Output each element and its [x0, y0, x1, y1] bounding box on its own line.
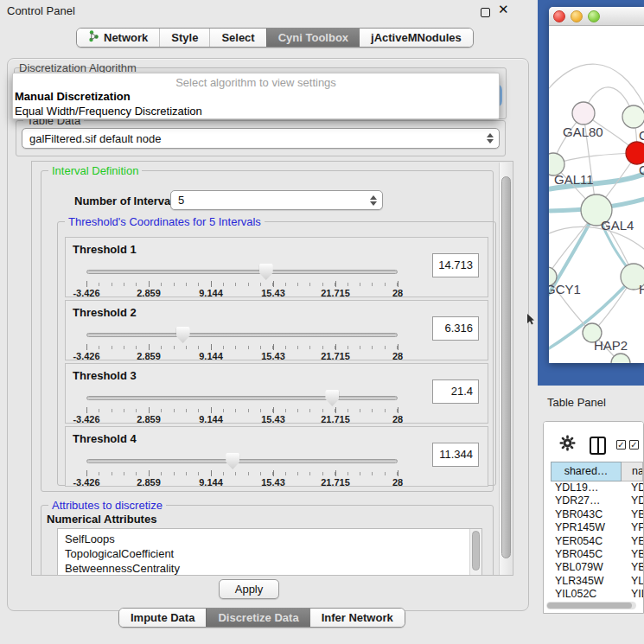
tab-discretize-data[interactable]: Discretize Data: [206, 609, 309, 627]
table-row[interactable]: YIL052CYIL05: [551, 588, 643, 601]
tab-cyni-toolbox[interactable]: Cyni Toolbox: [266, 29, 360, 47]
tab-jactivemnodules[interactable]: jActiveMNodules: [360, 29, 473, 47]
tab-style[interactable]: Style: [159, 29, 209, 47]
tab-network[interactable]: Network: [77, 29, 159, 47]
list-item[interactable]: TopologicalCoefficient: [58, 546, 481, 561]
node-red-selected[interactable]: [626, 142, 644, 164]
threshold-2-label: Threshold 2: [73, 306, 137, 319]
tab-jactivemnodules-label: jActiveMNodules: [371, 31, 462, 44]
slider-thumb[interactable]: [259, 264, 273, 280]
tab-infer-network[interactable]: Infer Network: [310, 609, 405, 627]
table-row[interactable]: YBR043CYBR04: [551, 508, 643, 521]
tick-label: -3.426: [73, 414, 99, 424]
slider-track[interactable]: [86, 396, 398, 400]
dropdown-option-manual[interactable]: Manual Discretization: [15, 90, 131, 103]
node-top-right[interactable]: [622, 105, 644, 128]
slider-track[interactable]: [86, 270, 398, 274]
node-bottom-partial[interactable]: [611, 354, 630, 363]
table-toolbar: ✓ ✓: [544, 422, 643, 462]
tick-label: 28: [392, 351, 403, 361]
number-of-intervals-combobox[interactable]: 5: [170, 190, 383, 210]
tick-label: 9.144: [199, 477, 223, 488]
checkbox-icon[interactable]: ✓: [616, 440, 626, 450]
table-data-value: galFiltered.sif default node: [22, 132, 481, 145]
threshold-1-panel: Threshold 1 -3.426 2.859 9.144 15.43 21.…: [65, 237, 488, 297]
tab-impute-data[interactable]: Impute Data: [119, 609, 206, 627]
list-item[interactable]: BetweennessCentrality: [58, 561, 481, 576]
close-traffic-light-icon[interactable]: [553, 10, 565, 22]
table-row[interactable]: YPR145WYPR14: [551, 521, 643, 534]
dropdown-option-equal-width[interactable]: Equal Width/Frequency Discretization: [15, 105, 202, 118]
slider-thumb[interactable]: [226, 453, 239, 469]
interval-definition-group: Interval Definition Number of Intervals …: [41, 170, 494, 492]
column-header-name[interactable]: na: [622, 462, 643, 481]
tab-select-label: Select: [221, 31, 254, 44]
close-icon[interactable]: ✕: [498, 2, 509, 17]
table-row[interactable]: YLR345WYLR34: [551, 575, 643, 588]
threshold-3-label: Threshold 3: [73, 369, 137, 382]
table-row[interactable]: YBL079WYBL07: [551, 561, 643, 574]
checkbox-icon[interactable]: ✓: [629, 440, 639, 450]
list-scrollbar[interactable]: [469, 529, 481, 576]
network-canvas[interactable]: GAL80 G C GAL11 GAL4 GCY1 H HAP2: [549, 26, 644, 363]
network-window-titlebar[interactable]: [549, 7, 644, 26]
tab-infer-network-label: Infer Network: [322, 611, 393, 624]
tab-style-label: Style: [171, 31, 198, 44]
threshold-3-value-field[interactable]: 21.4: [432, 379, 479, 404]
threshold-4-label: Threshold 4: [73, 432, 137, 445]
node-label: H: [639, 282, 644, 296]
threshold-4-slider[interactable]: -3.426 2.859 9.144 15.43 21.715 28: [86, 453, 398, 484]
threshold-4-value-field[interactable]: 11.344: [432, 443, 479, 467]
tick-label: 2.859: [137, 477, 161, 488]
zoom-traffic-light-icon[interactable]: [588, 10, 600, 22]
tick-label: 28: [392, 414, 403, 424]
slider-thumb[interactable]: [176, 327, 190, 343]
node-label: G: [639, 128, 644, 143]
table-row[interactable]: YBR045CYBR04: [551, 548, 643, 561]
scrollbar-thumb[interactable]: [547, 603, 632, 609]
node-label: HAP2: [594, 338, 628, 353]
tick-label: 15.43: [261, 351, 285, 361]
tick-label: 21.715: [321, 414, 350, 424]
control-panel-tabs: Network Style Select Cyni Toolbox jActiv…: [76, 28, 474, 48]
threshold-1-slider[interactable]: -3.426 2.859 9.144 15.43 21.715 28: [86, 264, 398, 295]
float-window-button[interactable]: [481, 8, 490, 17]
table-horizontal-scrollbar[interactable]: [546, 602, 636, 609]
table-row[interactable]: YDR27…YDR27: [551, 494, 643, 507]
tick-label: 15.43: [261, 288, 285, 298]
list-item[interactable]: SelfLoops: [58, 529, 481, 546]
panel-scrollbar[interactable]: [499, 163, 512, 576]
tick-label: 21.715: [321, 351, 350, 361]
tab-select[interactable]: Select: [209, 29, 265, 47]
tick-label: 9.144: [199, 351, 223, 361]
threshold-2-slider[interactable]: -3.426 2.859 9.144 15.43 21.715 28: [86, 327, 398, 358]
tick-label: 21.715: [321, 477, 350, 488]
thresholds-group-label: Threshold's Coordinates for 5 Intervals: [65, 215, 265, 228]
split-columns-icon[interactable]: [590, 437, 606, 455]
dropdown-hint-option[interactable]: Select algorithm to view settings: [13, 76, 499, 89]
node-table: shared… na YDL19…YDL19 YDR27…YDR27 YBR04…: [551, 462, 643, 601]
threshold-3-slider[interactable]: -3.426 2.859 9.144 15.43 21.715 28: [86, 390, 398, 421]
table-data-combobox[interactable]: galFiltered.sif default node: [22, 128, 500, 149]
apply-button[interactable]: Apply: [219, 579, 279, 599]
table-row[interactable]: YDL19…YDL19: [551, 481, 643, 494]
threshold-2-value-field[interactable]: 6.316: [432, 316, 479, 341]
threshold-1-value-field[interactable]: 14.713: [432, 253, 479, 277]
gear-icon[interactable]: [559, 435, 576, 455]
mouse-cursor: [527, 313, 535, 328]
slider-track[interactable]: [86, 333, 398, 337]
column-header-shared-name[interactable]: shared…: [551, 462, 622, 481]
number-of-intervals-value: 5: [171, 194, 365, 207]
slider-track[interactable]: [86, 459, 398, 463]
minimize-traffic-light-icon[interactable]: [571, 10, 583, 22]
tick-label: -3.426: [73, 351, 99, 361]
node-label: C: [639, 163, 644, 177]
tick-label: 28: [392, 288, 403, 298]
slider-thumb[interactable]: [325, 390, 339, 406]
scrollbar-thumb[interactable]: [501, 176, 511, 558]
network-icon: [88, 30, 99, 45]
table-rows: YDL19…YDL19 YDR27…YDR27 YBR043CYBR04 YPR…: [551, 481, 643, 601]
node-gal80[interactable]: [572, 102, 595, 124]
threshold-2-panel: Threshold 2 -3.426 2.859 9.144 15.43 21.…: [65, 300, 488, 360]
table-row[interactable]: YER054CYER05: [551, 535, 643, 548]
